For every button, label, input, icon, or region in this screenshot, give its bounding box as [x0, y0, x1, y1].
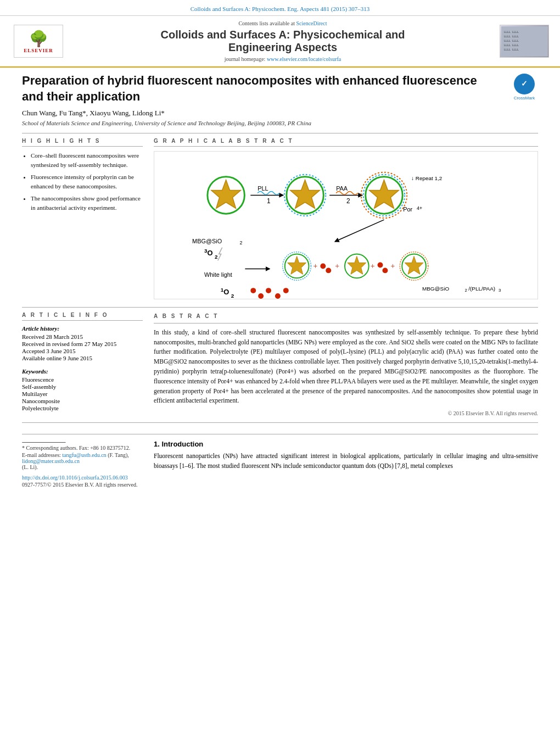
keyword-2: Self-assembly	[22, 383, 143, 390]
svg-text:PAA: PAA	[336, 186, 348, 192]
intro-heading: 1. Introduction	[154, 440, 538, 448]
journal-citation-link[interactable]: Colloids and Surfaces A: Physicochem. En…	[191, 5, 370, 12]
svg-text:LLLL LLLL: LLLL LLLL	[504, 35, 519, 38]
svg-text:LLLL LLLL: LLLL LLLL	[504, 39, 519, 42]
svg-text:White light: White light	[204, 271, 232, 278]
svg-point-49	[266, 288, 271, 293]
highlights-label: H I G H L I G H T S	[22, 138, 143, 147]
svg-text:/(PLL/PAA): /(PLL/PAA)	[468, 286, 495, 292]
article-body: Preparation of hybrid fluorescent nanoco…	[0, 68, 560, 493]
keyword-3: Multilayer	[22, 390, 143, 397]
graphical-abstract-svg: MBG@SiO 2 PLL 1	[154, 151, 538, 299]
article-info-label: A R T I C L E I N F O	[22, 312, 143, 321]
crossmark-icon: ✓	[514, 74, 535, 94]
svg-line-24	[335, 220, 384, 242]
journal-homepage: journal homepage: www.elsevier.com/locat…	[66, 56, 500, 62]
received-date: Received 28 March 2015	[22, 333, 143, 340]
graphical-abstract-label: G R A P H I C A L A B S T R A C T	[154, 138, 538, 147]
svg-text:3O
            2: 3O 2	[204, 247, 218, 259]
svg-text:+: +	[371, 263, 375, 271]
svg-text:2: 2	[239, 240, 242, 246]
svg-point-51	[283, 288, 289, 293]
article-info-abstract-section: A R T I C L E I N F O Article history: R…	[22, 312, 538, 418]
article-title-section: Preparation of hybrid fluorescent nanoco…	[22, 73, 538, 104]
email1-link[interactable]: tangfu@ustb.edu.cn	[62, 452, 106, 458]
email-note: E-mail addresses: tangfu@ustb.edu.cn (F.…	[22, 452, 143, 470]
sciencedirect-link[interactable]: ScienceDirect	[296, 20, 327, 26]
svg-text:MBG@SiO: MBG@SiO	[422, 286, 449, 292]
divider-2	[22, 307, 538, 308]
article-info-column: A R T I C L E I N F O Article history: R…	[22, 312, 143, 418]
svg-text:+: +	[335, 263, 339, 271]
available-date: Available online 9 June 2015	[22, 355, 143, 361]
journal-header: 🌳 ELSEVIER Contents lists available at S…	[0, 16, 560, 68]
keywords-section: Keywords: Fluorescence Self-assembly Mul…	[22, 368, 143, 411]
keyword-1: Fluorescence	[22, 376, 143, 383]
introduction-column: 1. Introduction Fluorescent nanoparticle…	[154, 440, 538, 488]
crossmark-badge: ✓ CrossMark	[511, 73, 538, 101]
svg-text:4+: 4+	[417, 205, 422, 211]
revised-date: Received in revised form 27 May 2015	[22, 341, 143, 347]
page-wrapper: Colloids and Surfaces A: Physicochem. En…	[0, 0, 560, 493]
svg-marker-30	[288, 256, 306, 275]
svg-text:1: 1	[267, 197, 271, 205]
svg-text:1O
            2: 1O 2	[221, 287, 234, 299]
svg-point-34	[320, 264, 326, 269]
introduction-section: * Corresponding authors. Fax: +86 10 823…	[22, 434, 538, 488]
highlight-item-3: The nanocomposites show good performance…	[31, 194, 143, 212]
doi-link[interactable]: http://dx.doi.org/10.1016/j.colsurfa.201…	[22, 475, 143, 481]
svg-text:+: +	[313, 263, 317, 271]
homepage-link[interactable]: www.elsevier.com/locate/colsurfa	[267, 56, 341, 62]
authors: Chun Wang, Fu Tang*, Xiaoyu Wang, Lidong…	[22, 109, 538, 118]
email1-name: F. Tang	[109, 452, 125, 458]
article-history-label: Article history:	[22, 325, 143, 332]
highlights-list: Core–shell fluorescent nanocomposites we…	[22, 151, 143, 212]
highlights-column: H I G H L I G H T S Core–shell fluoresce…	[22, 138, 143, 302]
email2-link[interactable]: lidong@mater.ustb.edu.cn	[22, 458, 80, 464]
svg-marker-19	[369, 180, 399, 209]
intro-text: Fluorescent nanoparticles (NPs) have att…	[154, 451, 538, 471]
svg-text:3: 3	[499, 288, 501, 293]
divider-1	[22, 133, 538, 133]
elsevier-logo-text: ELSEVIER	[24, 48, 53, 53]
abstract-column: A B S T R A C T In this study, a kind of…	[154, 312, 538, 418]
crossmark-label: CrossMark	[514, 96, 535, 101]
highlight-item-1: Core–shell fluorescent nanocomposites we…	[31, 151, 143, 169]
keyword-5: Polyelectrolyte	[22, 405, 143, 411]
highlight-item-2: Fluorescence intensity of porphyrin can …	[31, 172, 143, 191]
svg-text:MBG@SiO: MBG@SiO	[192, 238, 222, 244]
email2-name: L. Li	[24, 464, 35, 470]
svg-marker-37	[348, 256, 366, 275]
abstract-text: In this study, a kind of core–shell stru…	[154, 328, 538, 406]
svg-text:2: 2	[464, 288, 467, 293]
svg-point-48	[258, 293, 264, 299]
keywords-label: Keywords:	[22, 368, 143, 375]
divider-3	[22, 422, 538, 423]
graphical-abstract-column: G R A P H I C A L A B S T R A C T MBG@Si…	[154, 138, 538, 302]
svg-text:↓ Repeat 1,2: ↓ Repeat 1,2	[411, 175, 443, 181]
top-citation-bar: Colloids and Surfaces A: Physicochem. En…	[0, 0, 560, 16]
svg-marker-13	[290, 180, 320, 209]
contents-line: Contents lists available at ScienceDirec…	[66, 20, 500, 26]
svg-point-50	[275, 293, 281, 299]
footnotes-column: * Corresponding authors. Fax: +86 10 823…	[22, 440, 143, 488]
svg-text:Por: Por	[403, 206, 412, 213]
svg-marker-6	[211, 180, 241, 209]
svg-text:2: 2	[346, 197, 350, 205]
svg-point-41	[383, 268, 388, 274]
svg-point-47	[250, 288, 256, 293]
contents-label: Contents lists available at	[238, 20, 294, 26]
svg-text:+: +	[390, 263, 395, 271]
article-title: Preparation of hybrid fluorescent nanoco…	[22, 73, 500, 104]
svg-point-40	[378, 263, 383, 268]
elsevier-tree-icon: 🌳	[29, 30, 48, 48]
svg-text:LLLL LLLL: LLLL LLLL	[504, 48, 519, 51]
journal-thumbnail: LLLL LLLL LLLL LLLL LLLL LLLL LLLL LLLL …	[500, 25, 549, 58]
email-label: E-mail addresses:	[22, 452, 61, 458]
svg-point-35	[326, 268, 331, 274]
journal-header-center: Contents lists available at ScienceDirec…	[66, 20, 500, 62]
issn-text: 0927-7757/© 2015 Elsevier B.V. All right…	[22, 482, 143, 488]
journal-title: Colloids and Surfaces A: Physicochemical…	[66, 29, 500, 54]
elsevier-logo: 🌳 ELSEVIER	[11, 25, 66, 58]
svg-marker-43	[405, 256, 423, 275]
